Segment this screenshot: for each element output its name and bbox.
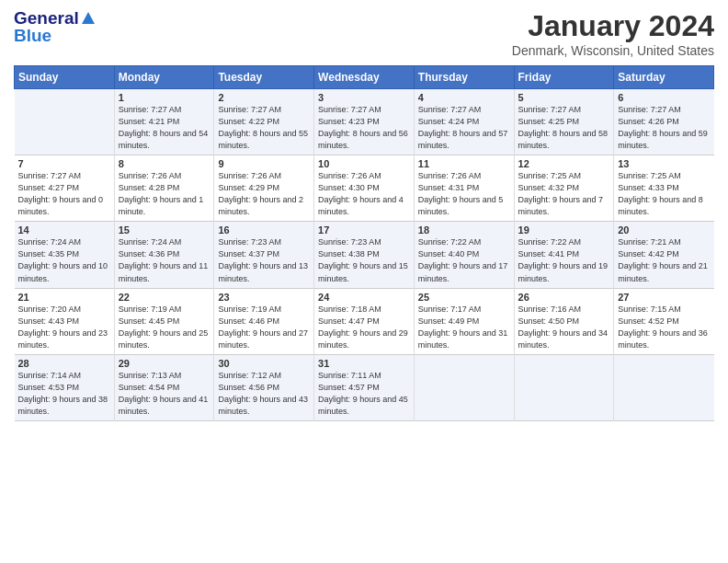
day-info: Sunrise: 7:26 AMSunset: 4:29 PMDaylight:… xyxy=(218,170,310,218)
day-number: 30 xyxy=(218,358,310,369)
day-number: 28 xyxy=(18,358,110,369)
day-cell: 29Sunrise: 7:13 AMSunset: 4:54 PMDayligh… xyxy=(114,354,214,420)
day-info: Sunrise: 7:13 AMSunset: 4:54 PMDaylight:… xyxy=(119,370,210,418)
page-container: General Blue January 2024 Denmark, Wisco… xyxy=(0,0,728,426)
day-info: Sunrise: 7:27 AMSunset: 4:26 PMDaylight:… xyxy=(618,104,710,152)
day-info: Sunrise: 7:27 AMSunset: 4:25 PMDaylight:… xyxy=(518,104,610,152)
day-info: Sunrise: 7:25 AMSunset: 4:33 PMDaylight:… xyxy=(618,170,710,218)
day-number: 18 xyxy=(418,224,510,236)
main-title: January 2024 xyxy=(512,9,714,43)
day-cell: 20Sunrise: 7:21 AMSunset: 4:42 PMDayligh… xyxy=(614,222,714,288)
day-cell: 27Sunrise: 7:15 AMSunset: 4:52 PMDayligh… xyxy=(614,288,714,354)
day-cell: 24Sunrise: 7:18 AMSunset: 4:47 PMDayligh… xyxy=(314,288,415,354)
day-cell: 19Sunrise: 7:22 AMSunset: 4:41 PMDayligh… xyxy=(514,222,614,288)
day-cell: 10Sunrise: 7:26 AMSunset: 4:30 PMDayligh… xyxy=(314,155,415,222)
logo-block: General Blue xyxy=(14,9,95,44)
day-number: 2 xyxy=(218,92,310,103)
day-cell xyxy=(514,354,614,420)
day-info: Sunrise: 7:21 AMSunset: 4:42 PMDaylight:… xyxy=(618,236,710,284)
day-cell: 31Sunrise: 7:11 AMSunset: 4:57 PMDayligh… xyxy=(314,354,415,420)
subtitle: Denmark, Wisconsin, United States xyxy=(512,43,714,58)
day-info: Sunrise: 7:25 AMSunset: 4:32 PMDaylight:… xyxy=(518,170,610,218)
day-number: 31 xyxy=(318,358,410,369)
day-info: Sunrise: 7:22 AMSunset: 4:40 PMDaylight:… xyxy=(418,236,510,284)
day-info: Sunrise: 7:19 AMSunset: 4:46 PMDaylight:… xyxy=(218,304,310,351)
day-cell xyxy=(15,89,115,155)
header-wednesday: Wednesday xyxy=(314,66,415,89)
day-number: 24 xyxy=(318,292,410,303)
calendar-table: Sunday Monday Tuesday Wednesday Thursday… xyxy=(14,65,714,421)
day-info: Sunrise: 7:17 AMSunset: 4:49 PMDaylight:… xyxy=(418,304,510,351)
day-cell: 15Sunrise: 7:24 AMSunset: 4:36 PMDayligh… xyxy=(114,222,214,288)
day-cell: 5Sunrise: 7:27 AMSunset: 4:25 PMDaylight… xyxy=(514,89,614,155)
day-cell: 7Sunrise: 7:27 AMSunset: 4:27 PMDaylight… xyxy=(15,155,115,222)
logo-triangle-icon xyxy=(82,12,95,24)
day-info: Sunrise: 7:15 AMSunset: 4:52 PMDaylight:… xyxy=(618,304,710,351)
day-info: Sunrise: 7:26 AMSunset: 4:31 PMDaylight:… xyxy=(418,170,510,218)
day-number: 20 xyxy=(618,224,710,236)
day-cell: 17Sunrise: 7:23 AMSunset: 4:38 PMDayligh… xyxy=(314,222,415,288)
day-number: 10 xyxy=(318,158,410,169)
day-number: 19 xyxy=(518,224,610,236)
header-thursday: Thursday xyxy=(414,66,514,89)
day-number: 12 xyxy=(518,158,610,169)
day-cell: 3Sunrise: 7:27 AMSunset: 4:23 PMDaylight… xyxy=(314,89,415,155)
day-cell: 22Sunrise: 7:19 AMSunset: 4:45 PMDayligh… xyxy=(114,288,214,354)
day-cell xyxy=(414,354,514,420)
day-cell: 13Sunrise: 7:25 AMSunset: 4:33 PMDayligh… xyxy=(614,155,714,222)
day-info: Sunrise: 7:20 AMSunset: 4:43 PMDaylight:… xyxy=(18,304,110,351)
day-info: Sunrise: 7:27 AMSunset: 4:22 PMDaylight:… xyxy=(218,104,310,152)
day-number: 13 xyxy=(618,158,710,169)
logo-blue: Blue xyxy=(14,27,95,44)
day-info: Sunrise: 7:14 AMSunset: 4:53 PMDaylight:… xyxy=(18,370,110,418)
day-number: 17 xyxy=(318,224,410,236)
day-info: Sunrise: 7:27 AMSunset: 4:24 PMDaylight:… xyxy=(418,104,510,152)
day-info: Sunrise: 7:26 AMSunset: 4:30 PMDaylight:… xyxy=(318,170,410,218)
day-cell: 4Sunrise: 7:27 AMSunset: 4:24 PMDaylight… xyxy=(414,89,514,155)
day-cell: 26Sunrise: 7:16 AMSunset: 4:50 PMDayligh… xyxy=(514,288,614,354)
header-friday: Friday xyxy=(514,66,614,89)
day-number: 5 xyxy=(518,92,610,103)
header-monday: Monday xyxy=(114,66,214,89)
day-info: Sunrise: 7:19 AMSunset: 4:45 PMDaylight:… xyxy=(119,304,210,351)
day-number: 23 xyxy=(218,292,310,303)
day-cell: 8Sunrise: 7:26 AMSunset: 4:28 PMDaylight… xyxy=(114,155,214,222)
day-cell: 28Sunrise: 7:14 AMSunset: 4:53 PMDayligh… xyxy=(15,354,115,420)
day-cell: 1Sunrise: 7:27 AMSunset: 4:21 PMDaylight… xyxy=(114,89,214,155)
day-info: Sunrise: 7:22 AMSunset: 4:41 PMDaylight:… xyxy=(518,236,610,284)
day-number: 27 xyxy=(618,292,710,303)
day-cell: 18Sunrise: 7:22 AMSunset: 4:40 PMDayligh… xyxy=(414,222,514,288)
day-number: 16 xyxy=(218,224,310,236)
day-info: Sunrise: 7:27 AMSunset: 4:27 PMDaylight:… xyxy=(18,170,110,218)
logo: General Blue xyxy=(14,9,95,44)
day-info: Sunrise: 7:11 AMSunset: 4:57 PMDaylight:… xyxy=(318,370,410,418)
day-number: 11 xyxy=(418,158,510,169)
day-number: 1 xyxy=(119,92,210,103)
day-number: 29 xyxy=(119,358,210,369)
day-cell: 21Sunrise: 7:20 AMSunset: 4:43 PMDayligh… xyxy=(15,288,115,354)
day-number: 22 xyxy=(119,292,210,303)
day-info: Sunrise: 7:24 AMSunset: 4:36 PMDaylight:… xyxy=(119,236,210,284)
day-number: 9 xyxy=(218,158,310,169)
day-info: Sunrise: 7:12 AMSunset: 4:56 PMDaylight:… xyxy=(218,370,310,418)
week-row-0: 1Sunrise: 7:27 AMSunset: 4:21 PMDaylight… xyxy=(15,89,714,155)
day-number: 21 xyxy=(18,292,110,303)
day-number: 25 xyxy=(418,292,510,303)
day-info: Sunrise: 7:24 AMSunset: 4:35 PMDaylight:… xyxy=(18,236,110,284)
day-number: 26 xyxy=(518,292,610,303)
day-info: Sunrise: 7:26 AMSunset: 4:28 PMDaylight:… xyxy=(119,170,210,218)
week-row-4: 28Sunrise: 7:14 AMSunset: 4:53 PMDayligh… xyxy=(15,354,714,420)
day-cell: 16Sunrise: 7:23 AMSunset: 4:37 PMDayligh… xyxy=(214,222,314,288)
day-info: Sunrise: 7:27 AMSunset: 4:23 PMDaylight:… xyxy=(318,104,410,152)
day-number: 7 xyxy=(18,158,110,169)
day-cell: 2Sunrise: 7:27 AMSunset: 4:22 PMDaylight… xyxy=(214,89,314,155)
logo-general: General xyxy=(14,9,79,27)
week-row-2: 14Sunrise: 7:24 AMSunset: 4:35 PMDayligh… xyxy=(15,222,714,288)
header-sunday: Sunday xyxy=(15,66,115,89)
day-cell: 23Sunrise: 7:19 AMSunset: 4:46 PMDayligh… xyxy=(214,288,314,354)
day-cell: 30Sunrise: 7:12 AMSunset: 4:56 PMDayligh… xyxy=(214,354,314,420)
day-info: Sunrise: 7:18 AMSunset: 4:47 PMDaylight:… xyxy=(318,304,410,351)
week-row-3: 21Sunrise: 7:20 AMSunset: 4:43 PMDayligh… xyxy=(15,288,714,354)
day-number: 6 xyxy=(618,92,710,103)
header-tuesday: Tuesday xyxy=(214,66,314,89)
